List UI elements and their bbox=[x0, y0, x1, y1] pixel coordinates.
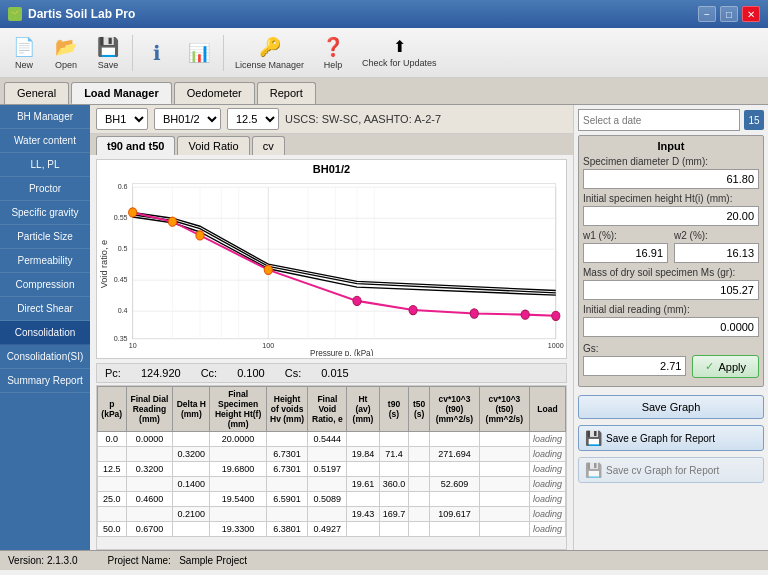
sample-select[interactable]: BH01/2 BH01/3 bbox=[154, 108, 221, 130]
tab-void-ratio[interactable]: Void Ratio bbox=[177, 136, 249, 155]
depth-select[interactable]: 12.5 15.0 bbox=[227, 108, 279, 130]
save-label: Save bbox=[98, 60, 119, 70]
table-cell bbox=[173, 462, 210, 477]
sidebar-item-consolidation-si[interactable]: Consolidation(SI) bbox=[0, 345, 90, 369]
save-button[interactable]: 💾 Save bbox=[88, 31, 128, 75]
bh-select[interactable]: BH1 BH2 bbox=[96, 108, 148, 130]
window-controls[interactable]: − □ ✕ bbox=[698, 6, 760, 22]
license-button[interactable]: 🔑 License Manager bbox=[228, 31, 311, 75]
table-cell: 0.4927 bbox=[308, 522, 347, 537]
sidebar-item-ll-pl[interactable]: LL, PL bbox=[0, 153, 90, 177]
table-cell bbox=[126, 507, 173, 522]
sidebar-item-compression[interactable]: Compression bbox=[0, 273, 90, 297]
cs-label: Cs: bbox=[285, 367, 302, 379]
maximize-button[interactable]: □ bbox=[720, 6, 738, 22]
table-cell: 271.694 bbox=[429, 447, 479, 462]
sidebar-item-direct-shear[interactable]: Direct Shear bbox=[0, 297, 90, 321]
table-cell bbox=[429, 522, 479, 537]
updates-button[interactable]: ⬆ Check for Updates bbox=[355, 32, 444, 73]
tab-report[interactable]: Report bbox=[257, 82, 316, 104]
key-icon: 🔑 bbox=[259, 36, 281, 58]
mass-input[interactable] bbox=[583, 280, 759, 300]
sidebar-item-summary-report[interactable]: Summary Report bbox=[0, 369, 90, 393]
sidebar-item-consolidation[interactable]: Consolidation bbox=[0, 321, 90, 345]
tab-general[interactable]: General bbox=[4, 82, 69, 104]
info-icon: ℹ bbox=[153, 41, 161, 65]
gs-label: Gs: bbox=[583, 343, 686, 354]
close-button[interactable]: ✕ bbox=[742, 6, 760, 22]
table-body: 0.00.000020.00000.5444loading0.32006.730… bbox=[98, 432, 566, 537]
table-cell: loading bbox=[529, 447, 565, 462]
w-fields: w1 (%): w2 (%): bbox=[583, 230, 759, 263]
table-cell bbox=[98, 507, 127, 522]
data-table: p (kPa) Final Dial Reading (mm) Delta H … bbox=[97, 386, 566, 537]
svg-text:0.35: 0.35 bbox=[114, 334, 128, 344]
tab-t90-t50[interactable]: t90 and t50 bbox=[96, 136, 175, 155]
content-area: BH1 BH2 BH01/2 BH01/3 12.5 15.0 USCS: SW… bbox=[90, 105, 573, 550]
col-t90: t90 (s) bbox=[379, 387, 409, 432]
table-cell bbox=[308, 447, 347, 462]
gs-input[interactable] bbox=[583, 356, 686, 376]
col-cv90: cv*10^3 (t90) (mm^2/s) bbox=[429, 387, 479, 432]
table-cell: 6.7301 bbox=[266, 462, 308, 477]
table-cell bbox=[479, 462, 529, 477]
checkmark-icon: ✓ bbox=[705, 360, 714, 373]
height-input[interactable] bbox=[583, 206, 759, 226]
sidebar-item-permeability[interactable]: Permeability bbox=[0, 249, 90, 273]
dial-field: Initial dial reading (mm): bbox=[583, 304, 759, 337]
table-row: 12.50.320019.68006.73010.5197loading bbox=[98, 462, 566, 477]
w2-label: w2 (%): bbox=[674, 230, 759, 241]
info-button[interactable]: ℹ bbox=[137, 36, 177, 70]
sidebar-item-specific-gravity[interactable]: Specific gravity bbox=[0, 201, 90, 225]
w1-label: w1 (%): bbox=[583, 230, 668, 241]
diameter-input[interactable] bbox=[583, 169, 759, 189]
table-cell: 20.0000 bbox=[210, 432, 266, 447]
version-label: Version: 2.1.3.0 bbox=[8, 555, 78, 566]
table-cell: 12.5 bbox=[98, 462, 127, 477]
calendar-icon[interactable]: 15 bbox=[744, 110, 764, 130]
table-cell: loading bbox=[529, 462, 565, 477]
col-delta: Delta H (mm) bbox=[173, 387, 210, 432]
col-hv: Height of voids Hv (mm) bbox=[266, 387, 308, 432]
tab-oedometer[interactable]: Oedometer bbox=[174, 82, 255, 104]
save-cv-graph-button[interactable]: 💾 Save cv Graph for Report bbox=[578, 457, 764, 483]
chart-button[interactable]: 📊 bbox=[179, 37, 219, 69]
table-cell bbox=[173, 522, 210, 537]
tab-load-manager[interactable]: Load Manager bbox=[71, 82, 172, 104]
date-input[interactable] bbox=[578, 109, 740, 131]
svg-rect-0 bbox=[133, 184, 556, 339]
w2-input[interactable] bbox=[674, 243, 759, 263]
sidebar-item-proctor[interactable]: Proctor bbox=[0, 177, 90, 201]
table-cell bbox=[379, 492, 409, 507]
sidebar-item-particle-size[interactable]: Particle Size bbox=[0, 225, 90, 249]
open-button[interactable]: 📂 Open bbox=[46, 31, 86, 75]
minimize-button[interactable]: − bbox=[698, 6, 716, 22]
col-p: p (kPa) bbox=[98, 387, 127, 432]
table-cell bbox=[210, 447, 266, 462]
w1-input[interactable] bbox=[583, 243, 668, 263]
right-panel: 15 Input Specimen diameter D (mm): Initi… bbox=[573, 105, 768, 550]
svg-text:0.4: 0.4 bbox=[118, 306, 128, 316]
table-row: 0.140019.61360.052.609loading bbox=[98, 477, 566, 492]
sidebar-item-water-content[interactable]: Water content bbox=[0, 129, 90, 153]
input-section: Input Specimen diameter D (mm): Initial … bbox=[578, 135, 764, 387]
svg-text:0.45: 0.45 bbox=[114, 275, 128, 285]
svg-text:0.6: 0.6 bbox=[118, 182, 128, 192]
svg-point-32 bbox=[264, 265, 272, 274]
save-e-graph-button[interactable]: 💾 Save e Graph for Report bbox=[578, 425, 764, 451]
date-row: 15 bbox=[578, 109, 764, 131]
gs-field-row: Gs: ✓ Apply bbox=[583, 341, 759, 378]
sidebar-item-bh-manager[interactable]: BH Manager bbox=[0, 105, 90, 129]
new-button[interactable]: 📄 New bbox=[4, 31, 44, 75]
help-button[interactable]: ❓ Help bbox=[313, 31, 353, 75]
dial-input[interactable] bbox=[583, 317, 759, 337]
save-graph-button[interactable]: Save Graph bbox=[578, 395, 764, 419]
table-cell bbox=[173, 432, 210, 447]
table-cell: 0.4600 bbox=[126, 492, 173, 507]
svg-text:0.5: 0.5 bbox=[118, 244, 128, 254]
table-cell: 19.6800 bbox=[210, 462, 266, 477]
apply-button[interactable]: ✓ Apply bbox=[692, 355, 759, 378]
data-table-container[interactable]: p (kPa) Final Dial Reading (mm) Delta H … bbox=[96, 385, 567, 550]
tab-cv[interactable]: cv bbox=[252, 136, 285, 155]
open-icon: 📂 bbox=[55, 36, 77, 58]
